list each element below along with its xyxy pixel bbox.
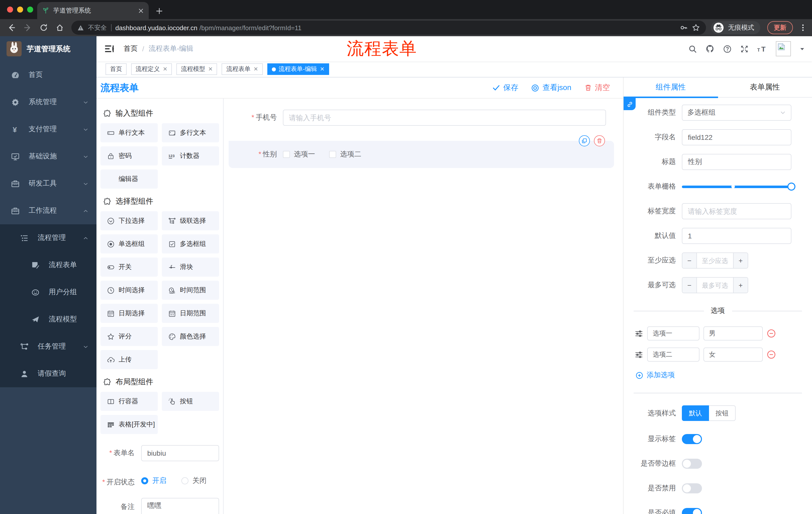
palette-item-checkbox-group[interactable]: 多选框组 [162,234,219,253]
user-avatar-broken-image[interactable] [776,41,791,56]
palette-item-slider[interactable]: 滑块 [162,258,219,277]
view-json-button[interactable]: 查看json [531,83,571,92]
component-type-select[interactable]: 多选框组 [682,105,791,121]
min-select-input[interactable] [697,253,733,268]
github-icon[interactable] [705,44,715,53]
remove-option-icon[interactable] [767,350,776,359]
copy-component-button[interactable] [579,135,590,146]
sidebar-item-payment[interactable]: ¥ 支付管理 [0,116,96,143]
tab-form-props[interactable]: 表单属性 [718,77,812,97]
palette-item-time-range[interactable]: 时间范围 [162,281,219,300]
palette-item-color-picker[interactable]: 颜色选择 [162,327,219,346]
save-button[interactable]: 保存 [493,83,518,92]
back-icon[interactable] [5,24,18,32]
disabled-switch[interactable] [682,483,702,493]
forward-icon[interactable] [21,24,34,32]
option1-label-input[interactable] [647,326,699,341]
tag-process-form[interactable]: 流程表单✕ [222,63,263,75]
increase-button[interactable]: + [733,253,748,268]
palette-item-editor[interactable]: 编辑器 [100,169,158,189]
decrease-button[interactable]: − [683,278,697,293]
password-key-icon[interactable] [680,24,688,32]
sidebar-item-process-management[interactable]: 流程管理 [0,224,96,251]
close-tab-icon[interactable] [138,8,144,13]
canvas-field-gender-selected[interactable]: *性别 选项一 选项二 [229,141,614,168]
tag-process-form-edit[interactable]: 流程表单-编辑✕ [267,63,329,75]
add-option-button[interactable]: 添加选项 [636,371,802,380]
required-switch[interactable] [682,508,702,514]
close-icon[interactable]: ✕ [254,66,258,73]
sidebar-item-process-form[interactable]: 流程表单 [0,251,96,279]
status-on-label[interactable]: 开启 [152,476,166,485]
palette-item-row-container[interactable]: 行容器 [100,392,158,411]
reload-icon[interactable] [37,24,50,32]
remove-option-icon[interactable] [767,329,776,338]
title-input[interactable] [682,154,791,170]
fold-sidebar-icon[interactable] [105,44,115,54]
form-grid-slider[interactable] [682,179,791,195]
avatar-caret-icon[interactable] [800,46,805,52]
home-icon[interactable] [53,24,66,32]
gender-option2-checkbox[interactable]: 选项二 [329,150,361,159]
label-width-input[interactable] [682,203,791,219]
sidebar-item-task-management[interactable]: 任务管理 [0,333,96,360]
checkbox-icon[interactable] [283,151,290,158]
decrease-button[interactable]: − [683,253,697,268]
update-button[interactable]: 更新 [767,21,793,34]
status-off-radio[interactable] [181,477,188,484]
delete-component-button[interactable] [594,135,605,146]
app-logo[interactable]: 芋道管理系统 [0,36,96,61]
slider-track[interactable] [682,185,791,188]
checkbox-icon[interactable] [329,151,336,158]
sidebar-item-leave-query[interactable]: 请假查询 [0,360,96,387]
fullscreen-icon[interactable] [740,45,749,53]
minimize-window-icon[interactable] [17,6,23,12]
form-name-input[interactable] [141,445,219,461]
option-style-default[interactable]: 默认 [682,405,709,421]
close-window-icon[interactable] [7,6,13,12]
show-label-switch[interactable] [682,434,702,444]
increase-button[interactable]: + [733,278,748,293]
palette-item-upload[interactable]: 上传 [100,350,158,369]
phone-input[interactable] [283,110,606,126]
drag-handle-icon[interactable] [635,329,643,338]
canvas-field-phone[interactable]: *手机号 [229,110,614,126]
font-size-icon[interactable]: TT [757,45,767,53]
option2-label-input[interactable] [647,348,699,361]
sidebar-item-user-group[interactable]: 用户分组 [0,279,96,306]
clear-button[interactable]: 清空 [584,83,610,92]
sidebar-item-workflow[interactable]: 工作流程 [0,197,96,224]
palette-item-button[interactable]: 按钮 [162,392,219,411]
status-off-label[interactable]: 关闭 [193,476,206,485]
sidebar-item-home[interactable]: 首页 [0,61,96,88]
close-icon[interactable]: ✕ [320,66,324,73]
new-tab-icon[interactable] [156,7,163,15]
drag-handle-icon[interactable] [635,350,643,359]
palette-item-table[interactable]: 表格[开发中] [100,415,158,434]
palette-item-radio-group[interactable]: 单选框组 [100,234,158,253]
tag-process-model[interactable]: 流程模型✕ [176,63,217,75]
help-icon[interactable] [723,45,732,53]
palette-item-switch[interactable]: 开关 [100,258,158,277]
sidebar-item-dev-tools[interactable]: 研发工具 [0,170,96,197]
address-bar[interactable]: 不安全 dashboard.yudao.iocoder.cn/bpm/manag… [71,21,706,35]
sidebar-item-system[interactable]: 系统管理 [0,88,96,116]
field-name-input[interactable] [682,129,791,145]
tag-home[interactable]: 首页 [106,63,127,75]
slider-handle[interactable] [787,183,795,191]
sidebar-item-process-model[interactable]: 流程模型 [0,306,96,333]
palette-item-multi-line-text[interactable]: 多行文本 [162,123,219,142]
close-icon[interactable]: ✕ [208,66,212,73]
form-canvas[interactable]: *手机号 [224,99,623,514]
close-icon[interactable]: ✕ [163,66,167,73]
option1-value-input[interactable] [703,326,763,341]
breadcrumb-home[interactable]: 首页 [124,44,138,53]
tag-process-definition[interactable]: 流程定义✕ [131,63,172,75]
palette-item-single-line-text[interactable]: 单行文本 [100,123,158,142]
form-remark-textarea[interactable]: 嘿嘿 [141,498,219,514]
not-secure-warning-icon[interactable] [77,24,84,31]
palette-item-time-picker[interactable]: 时间选择 [100,281,158,300]
palette-item-dropdown-select[interactable]: 下拉选择 [100,211,158,231]
status-on-radio[interactable] [141,477,148,484]
option-style-button[interactable]: 按钮 [709,405,736,421]
